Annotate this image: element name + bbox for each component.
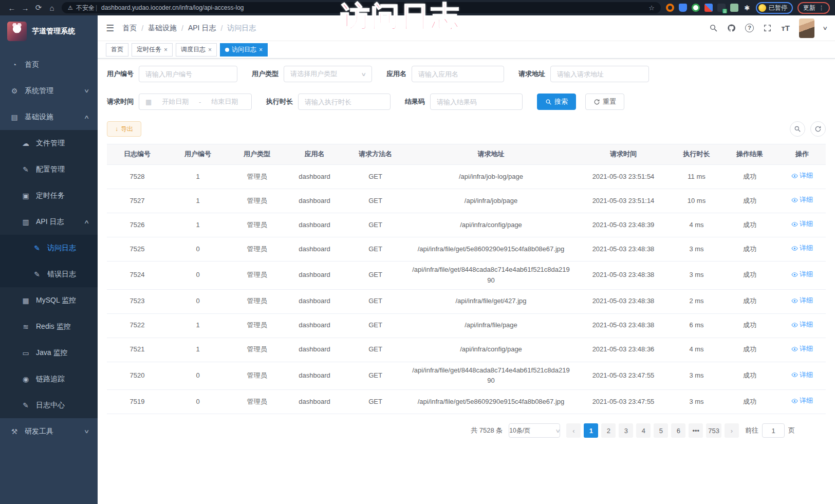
- toggle-search-button[interactable]: [790, 121, 805, 137]
- search-button[interactable]: 搜索: [537, 94, 576, 110]
- result-code-input[interactable]: [437, 98, 516, 106]
- page-button-1[interactable]: 1: [584, 423, 598, 438]
- sidebar-item-研发工具[interactable]: ⚒研发工具∨: [0, 418, 98, 444]
- prev-page-button[interactable]: ‹: [566, 423, 581, 438]
- breadcrumb-item-api-log[interactable]: API 日志: [188, 24, 216, 33]
- browser-update-button[interactable]: 更新 ⋮: [797, 2, 830, 14]
- page-button-753[interactable]: 753: [706, 423, 721, 438]
- browser-reload-icon[interactable]: ⟳: [32, 3, 45, 12]
- sidebar-item-文件管理[interactable]: ☁文件管理: [0, 130, 98, 156]
- sidebar-item-API-日志[interactable]: ▥API 日志∧: [0, 209, 98, 235]
- browser-home-icon[interactable]: ⌂: [45, 4, 59, 12]
- sidebar-item-配置管理[interactable]: ✎配置管理: [0, 156, 98, 182]
- extension-orange-icon[interactable]: [666, 4, 674, 12]
- reset-button[interactable]: 重置: [585, 94, 624, 110]
- user-type-select[interactable]: 请选择用户类型 ∨: [284, 66, 372, 82]
- request-time-range-picker[interactable]: ▦ 开始日期 - 结束日期: [139, 94, 252, 110]
- sidebar-toggle-icon[interactable]: ☰: [106, 23, 114, 34]
- page-size-select[interactable]: 10条/页 ∨: [509, 423, 560, 438]
- help-icon[interactable]: ?: [745, 24, 754, 33]
- tab-首页[interactable]: 首页: [106, 43, 128, 57]
- cell-url: /api/infra/file/page: [407, 320, 574, 331]
- tab-访问日志[interactable]: 访问日志×: [220, 43, 268, 57]
- fullscreen-icon[interactable]: [763, 24, 772, 33]
- detail-link[interactable]: 详细: [791, 171, 813, 181]
- detail-link[interactable]: 详细: [791, 396, 813, 406]
- detail-link-label: 详细: [800, 344, 813, 354]
- extension-tampermonkey-icon[interactable]: 苗: [717, 4, 726, 12]
- browser-back-icon[interactable]: ←: [5, 4, 18, 12]
- tab-close-icon[interactable]: ×: [208, 46, 212, 53]
- export-button[interactable]: ↓ 导出: [107, 121, 141, 137]
- detail-link[interactable]: 详细: [791, 295, 813, 306]
- tab-定时任务[interactable]: 定时任务×: [132, 43, 173, 57]
- sidebar-item-日志中心[interactable]: ✎日志中心: [0, 392, 98, 418]
- refresh-table-button[interactable]: [810, 121, 826, 137]
- breadcrumb-item-infrastructure[interactable]: 基础设施: [148, 24, 177, 33]
- goto-page-input[interactable]: [762, 423, 785, 438]
- user-id-input[interactable]: [145, 70, 231, 78]
- page-button-6[interactable]: 6: [671, 423, 685, 438]
- sidebar-item-链路追踪[interactable]: ◉链路追踪: [0, 366, 98, 392]
- browser-forward-icon[interactable]: →: [18, 4, 32, 12]
- extension-person-icon[interactable]: [730, 4, 738, 12]
- detail-link[interactable]: 详细: [791, 320, 813, 330]
- end-date-placeholder: 结束日期: [204, 97, 245, 106]
- filter-user-type: 用户类型 请选择用户类型 ∨: [252, 66, 372, 82]
- app-name-input[interactable]: [418, 70, 497, 78]
- cell-app-name: dashboard: [286, 397, 343, 407]
- sidebar-item-基础设施[interactable]: ▤基础设施∧: [0, 104, 98, 130]
- browser-menu-kebab-icon[interactable]: ⋮: [819, 5, 824, 11]
- cell-actions: 详细: [778, 243, 826, 255]
- cell-url: /api/infra/config/page: [407, 344, 574, 355]
- request-url-input[interactable]: [557, 70, 642, 78]
- profile-paused-pill[interactable]: 已暂停: [756, 2, 793, 14]
- detail-link[interactable]: 详细: [791, 269, 813, 280]
- sidebar-item-定时任务[interactable]: ▣定时任务: [0, 182, 98, 209]
- tab-close-icon[interactable]: ×: [164, 46, 168, 53]
- font-size-icon[interactable]: ᴛT: [781, 24, 790, 33]
- cell-result: 成功: [721, 344, 778, 355]
- detail-link-label: 详细: [800, 320, 813, 330]
- duration-input[interactable]: [305, 98, 384, 106]
- page-button-4[interactable]: 4: [636, 423, 651, 438]
- detail-link[interactable]: 详细: [791, 195, 813, 206]
- cell-actions: 详细: [778, 171, 826, 183]
- tab-调度日志[interactable]: 调度日志×: [176, 43, 217, 57]
- sidebar-item-访问日志[interactable]: ✎访问日志: [0, 235, 98, 261]
- next-page-button[interactable]: ›: [725, 423, 739, 438]
- sidebar-item-系统管理[interactable]: ⚙系统管理∨: [0, 78, 98, 104]
- detail-link[interactable]: 详细: [791, 243, 813, 254]
- page-ellipsis-button[interactable]: •••: [689, 423, 703, 438]
- extension-grid-icon[interactable]: [704, 4, 713, 12]
- sidebar-item-Java-监控[interactable]: ▭Java 监控: [0, 340, 98, 366]
- table-row: 75240管理员dashboardGET/api/infra/file/get/…: [107, 262, 826, 290]
- detail-link[interactable]: 详细: [791, 344, 813, 354]
- extension-green-icon[interactable]: [692, 4, 700, 12]
- breadcrumb-item-home[interactable]: 首页: [122, 24, 137, 33]
- github-icon[interactable]: [727, 24, 736, 33]
- extensions-puzzle-icon[interactable]: ✱: [743, 4, 751, 12]
- page-button-3[interactable]: 3: [619, 423, 633, 438]
- sidebar-item-首页[interactable]: ◔首页: [0, 51, 98, 78]
- bookmark-star-icon[interactable]: ☆: [648, 4, 655, 12]
- cell-user-type: 管理员: [228, 244, 286, 255]
- sidebar-item-Redis-监控[interactable]: ≋Redis 监控: [0, 313, 98, 340]
- avatar-caret-down-icon[interactable]: ∨: [822, 25, 828, 31]
- tab-close-icon[interactable]: ×: [259, 46, 263, 53]
- sidebar-logo[interactable]: 芋道管理系统: [0, 15, 98, 47]
- breadcrumb-separator: /: [141, 24, 143, 32]
- page-button-2[interactable]: 2: [601, 423, 616, 438]
- sidebar-item-错误日志[interactable]: ✎错误日志: [0, 261, 98, 287]
- cell-method: GET: [343, 370, 407, 381]
- cell-user-type: 管理员: [228, 296, 286, 307]
- header-search-icon[interactable]: [709, 24, 718, 33]
- address-bar[interactable]: ⚠ 不安全 | dashboard.yudao.iocoder.cn/infra…: [62, 2, 661, 13]
- extension-shield-icon[interactable]: [679, 4, 687, 12]
- detail-link[interactable]: 详细: [791, 370, 813, 381]
- user-avatar[interactable]: [799, 18, 814, 38]
- sidebar-item-MySQL-监控[interactable]: ▦MySQL 监控: [0, 287, 98, 313]
- detail-link[interactable]: 详细: [791, 219, 813, 230]
- page-button-5[interactable]: 5: [654, 423, 668, 438]
- cell-time: 2021-05-03 23:47:55: [574, 397, 672, 407]
